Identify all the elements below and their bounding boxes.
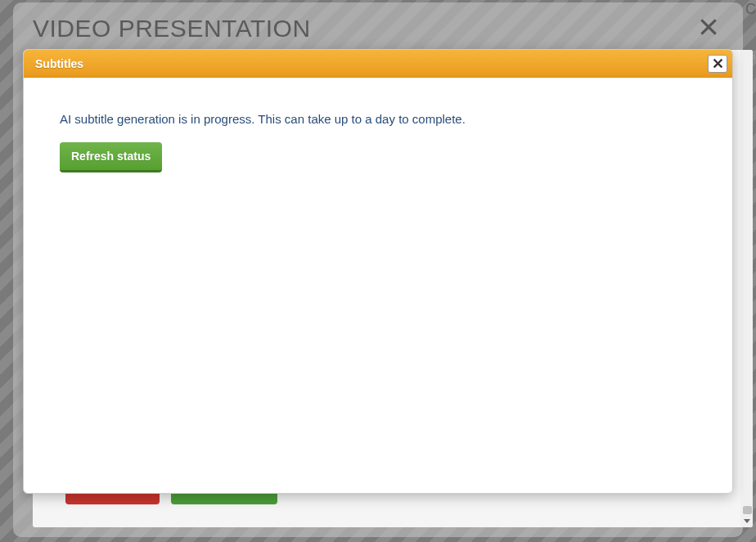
refresh-status-button[interactable]: Refresh status (60, 142, 162, 172)
scrollbar-down-arrow-icon[interactable] (740, 515, 753, 527)
close-icon (698, 16, 719, 38)
bg-letter: C (745, 1, 756, 18)
dialog-close-button[interactable] (708, 55, 727, 73)
dialog-body: AI subtitle generation is in progress. T… (24, 78, 732, 207)
dialog-titlebar[interactable]: Subtitles (24, 50, 732, 78)
subtitles-dialog: Subtitles AI subtitle generation is in p… (23, 49, 733, 494)
panel-header: VIDEO PRESENTATION (33, 12, 723, 52)
panel-close-button[interactable] (694, 12, 723, 42)
close-icon (713, 58, 723, 69)
status-text: AI subtitle generation is in progress. T… (60, 112, 696, 126)
dialog-title: Subtitles (35, 57, 83, 70)
scrollbar[interactable] (740, 50, 753, 527)
panel-title: VIDEO PRESENTATION (33, 12, 723, 45)
scrollbar-thumb[interactable] (743, 506, 752, 514)
